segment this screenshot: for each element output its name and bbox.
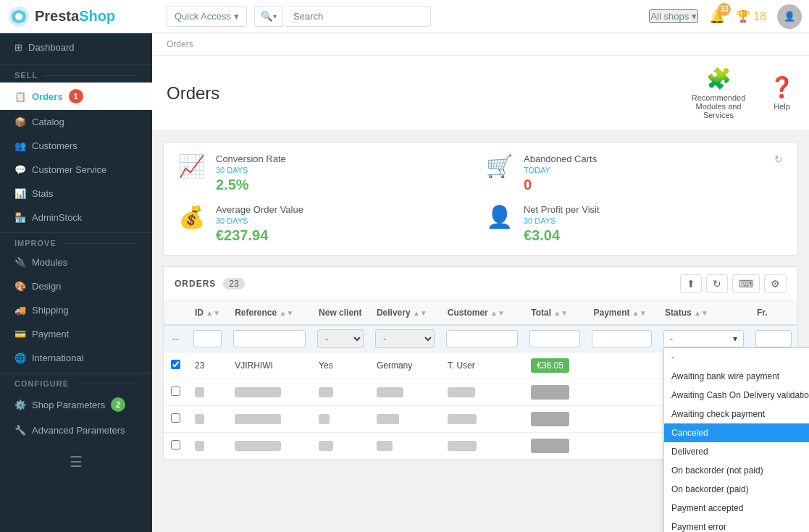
sort-payment-icon[interactable]: ▲▼ [632,309,647,317]
row3-customer: A. User [440,406,524,433]
row2-delivery: France [369,379,440,406]
sort-delivery-icon[interactable]: ▲▼ [413,309,427,317]
row3-id: 21 [188,406,227,433]
sidebar-item-international[interactable]: 🌐 International [0,346,152,370]
row2-payment [586,379,658,406]
row4-delivery: Italy [369,433,440,460]
sort-id-icon[interactable]: ▲▼ [206,309,220,317]
row1-checkbox-cell [164,352,188,379]
row1-id: 23 [188,352,227,379]
allshops-button[interactable]: All shops ▾ [649,9,698,23]
sidebar-item-shop-parameters[interactable]: ⚙️ Shop Parameters 2 [0,391,152,418]
customer-service-icon: 💬 [14,164,26,175]
payment-icon: 💳 [14,329,26,339]
dropdown-item-backorder-paid[interactable]: On backorder (paid) [664,480,809,499]
sidebar-item-customers[interactable]: 👥 Customers [0,134,152,158]
sidebar-item-customer-service[interactable]: 💬 Customer Service [0,158,152,182]
filter-row: -- - Yes No - [164,325,797,352]
filter-total-input[interactable] [529,330,580,347]
sidebar-item-dashboard[interactable]: ⊞ Dashboard [0,33,152,62]
sidebar-item-modules[interactable]: 🔌 Modules [0,250,152,274]
dropdown-item-bank-wire[interactable]: Awaiting bank wire payment [664,367,809,386]
sidebar-item-payment[interactable]: 💳 Payment [0,322,152,346]
help-button[interactable]: ❓ Help [769,75,795,111]
sidebar-footer: ☰ [0,442,152,481]
sort-total-icon[interactable]: ▲▼ [553,309,568,317]
filter-payment-input[interactable] [592,330,652,347]
row4-reference: XXXXXXXX [227,433,311,460]
net-profit-period: 30 DAYS [524,216,600,225]
search-input[interactable] [286,6,431,27]
puzzle-icon: 🧩 [706,67,732,90]
status-dropdown-trigger[interactable]: - ▾ [663,330,744,347]
sidebar-item-adminstock[interactable]: 🏪 AdminStock [0,206,152,229]
terminal-button[interactable]: ⌨ [732,274,760,293]
row2-checkbox-cell [164,379,188,406]
sidebar-item-catalog[interactable]: 📦 Catalog [0,110,152,134]
row2-checkbox[interactable] [171,387,180,396]
sidebar-section-sell: SELL [0,64,152,83]
page-header: Orders 🧩 Recommended Modules and Service… [152,56,809,131]
dropdown-item-check-payment[interactable]: Awaiting check payment [664,405,809,423]
orders-count-badge: 23 [223,278,244,290]
th-status: Status ▲▼ [658,301,750,325]
sidebar-item-stats[interactable]: 📊 Stats [0,182,152,206]
logo: PrestaShop [7,5,159,28]
filter-delivery-select[interactable]: - [375,329,435,348]
page-actions: 🧩 Recommended Modules and Services ❓ Hel… [682,67,795,119]
row3-total: €00.00 [524,406,586,433]
trophy-icon: 🏆 [736,9,750,23]
sort-status-icon[interactable]: ▲▼ [694,309,708,317]
stat-net-profit: 👤 Net Profit per Visit 30 DAYS €3.04 [486,204,783,244]
export-button[interactable]: ⬆ [680,274,702,293]
conversion-rate-value: 2.5% [216,177,286,193]
filter-from-input[interactable] [755,330,792,347]
sort-ref-icon[interactable]: ▲▼ [280,309,294,317]
filter-id-input[interactable] [193,330,222,347]
search-type-button[interactable]: 🔍 ▾ [254,6,283,27]
net-profit-value: €3.04 [524,227,600,244]
filter-customer-input[interactable] [446,330,518,347]
abandoned-carts-icon: 🛒 [486,153,513,179]
status-dropdown-menu: - Awaiting bank wire payment Awaiting Ca… [663,347,809,532]
filter-newclient-select[interactable]: - Yes No [317,329,364,348]
dropdown-item-backorder-not-paid[interactable]: On backorder (not paid) [664,461,809,480]
orders-section: ORDERS 23 ⬆ ↻ ⌨ ⚙ ID ▲▼ Reference ▲▼ New… [163,266,798,460]
dropdown-item-canceled[interactable]: Canceled [664,423,809,442]
refresh-icon[interactable]: ↻ [774,153,783,165]
sidebar-item-shipping[interactable]: 🚚 Shipping [0,298,152,322]
orders-table-title: ORDERS [175,279,216,289]
main-content: Orders Orders 🧩 Recommended Modules and … [152,33,809,532]
avatar[interactable]: 👤 [777,4,802,29]
row4-id: 20 [188,433,227,460]
customers-icon: 👥 [14,140,26,151]
dropdown-item-delivered[interactable]: Delivered [664,442,809,461]
stat-abandoned-carts: 🛒 Abandoned Carts TODAY 0 ↻ [486,153,783,193]
sidebar-item-design[interactable]: 🎨 Design [0,274,152,298]
sidebar-toggle-button[interactable]: ☰ [70,453,83,470]
dropdown-item-cod[interactable]: Awaiting Cash On Delivery validation [664,386,809,405]
quick-access-button[interactable]: Quick Access ▾ [167,6,247,27]
dropdown-item-payment-error[interactable]: Payment error [664,518,809,532]
row1-checkbox[interactable] [171,360,180,369]
shop-parameters-badge: 2 [111,397,125,412]
row3-checkbox[interactable] [171,413,180,423]
row2-new-client: Yes [311,379,369,406]
conversion-rate-icon: 📈 [178,153,205,179]
notifications-button[interactable]: 🔔 33 [709,9,725,25]
filter-ref-input[interactable] [233,330,306,347]
dropdown-item-payment-accepted[interactable]: Payment accepted [664,499,809,518]
trophy-button[interactable]: 🏆 18 [736,9,766,23]
sidebar-item-advanced-parameters[interactable]: 🔧 Advanced Parameters [0,418,152,442]
international-icon: 🌐 [14,352,26,363]
dropdown-item-dash[interactable]: - [664,348,809,367]
row3-checkbox-cell [164,406,188,433]
th-reference: Reference ▲▼ [227,301,311,325]
refresh-button[interactable]: ↻ [706,274,728,293]
status-dropdown-wrapper: - ▾ - Awaiting bank wire payment Awaitin… [663,330,744,347]
settings-button[interactable]: ⚙ [764,274,787,293]
recommended-modules-button[interactable]: 🧩 Recommended Modules and Services [682,67,755,119]
sort-customer-icon[interactable]: ▲▼ [490,309,505,317]
sidebar-item-orders[interactable]: 📋 Orders 1 [0,83,152,110]
row4-checkbox[interactable] [171,440,180,449]
